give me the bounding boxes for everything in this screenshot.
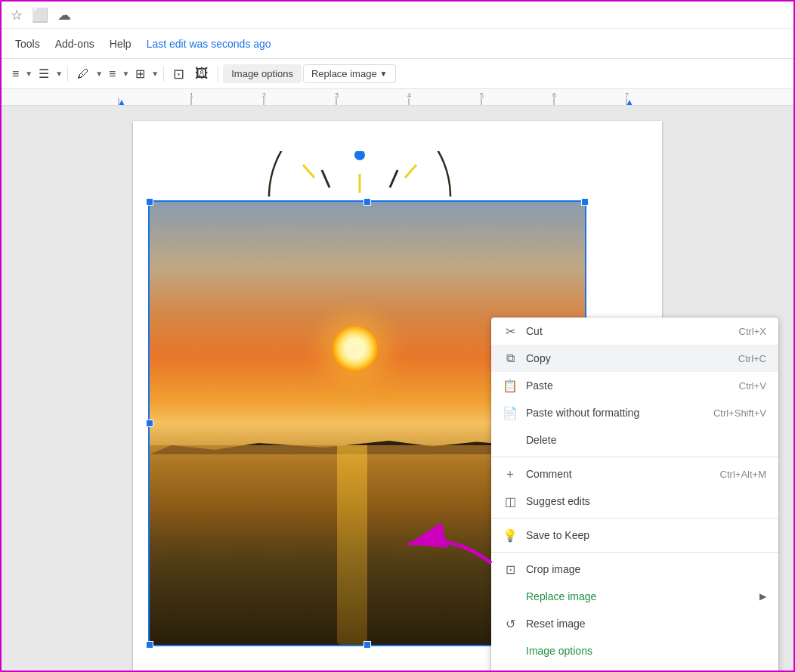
keep-icon: 💡	[503, 528, 517, 542]
svg-text:2: 2	[262, 91, 266, 99]
image-options-icon	[503, 644, 517, 658]
svg-text:7: 7	[625, 91, 629, 99]
comment-icon: ＋	[503, 467, 517, 481]
folder-icon[interactable]: ⬜	[32, 7, 48, 23]
ctx-sep-1	[491, 457, 778, 457]
submenu-arrow-icon: ▶	[759, 591, 766, 602]
title-bar: ☆ ⬜ ☁	[2, 2, 793, 29]
crop-btn[interactable]: ⊡	[169, 63, 189, 85]
copy-icon: ⧉	[503, 351, 517, 365]
menu-bar: Tools Add-ons Help Last edit was seconds…	[2, 29, 793, 59]
ctx-sep-2	[491, 518, 778, 519]
ctx-comment[interactable]: ＋ Comment Ctrl+Alt+M	[491, 460, 778, 488]
dropdown-arrow-icon: ▼	[380, 70, 388, 78]
ctx-replace-image[interactable]: Replace image ▶	[491, 583, 778, 610]
ctx-copy-shortcut: Ctrl+C	[738, 353, 766, 364]
ctx-crop[interactable]: ⊡ Crop image	[491, 556, 778, 583]
delete-icon	[503, 433, 517, 447]
handle-bottomleft[interactable]	[146, 641, 153, 649]
suggest-icon: ◫	[503, 494, 517, 508]
toolbar-sep-1	[67, 67, 68, 82]
image-btn[interactable]: 🖼	[190, 63, 213, 85]
svg-line-22	[390, 170, 398, 187]
ctx-comment-shortcut: Ctrl+Alt+M	[720, 469, 766, 480]
crop-icon: ⊡	[503, 562, 517, 576]
ctx-alt-text[interactable]: Alt text Ctrl+Alt+Y	[491, 664, 778, 672]
ctx-paste[interactable]: 📋 Paste Ctrl+V	[491, 372, 778, 399]
ctx-paste-plain[interactable]: 📄 Paste without formatting Ctrl+Shift+V	[491, 399, 778, 426]
ctx-save-keep-label: Save to Keep	[526, 529, 766, 541]
toolbar-sep-2	[163, 67, 164, 82]
paint-format-btn[interactable]: 🖊	[73, 63, 94, 85]
ctx-reset-image[interactable]: ↺ Reset image	[491, 610, 778, 637]
replace-image-label: Replace image	[311, 68, 377, 79]
context-menu: ✂ Cut Ctrl+X ⧉ Copy Ctrl+C 📋 Paste Ctrl+…	[491, 317, 778, 672]
star-icon[interactable]: ☆	[11, 7, 23, 23]
replace-image-button[interactable]: Replace image ▼	[303, 64, 396, 83]
list-indent-btn[interactable]: ≡	[8, 63, 23, 85]
align-btn[interactable]: ≡	[104, 63, 120, 85]
sun-decoration	[246, 151, 473, 200]
ctx-suggest[interactable]: ◫ Suggest edits	[491, 488, 778, 515]
ctx-suggest-label: Suggest edits	[526, 495, 766, 507]
menu-addons[interactable]: Add-ons	[49, 35, 101, 53]
document-area: ✂ Cut Ctrl+X ⧉ Copy Ctrl+C 📋 Paste Ctrl+…	[2, 106, 793, 672]
image-options-label: Image options	[231, 68, 293, 79]
paste-icon: 📋	[503, 379, 517, 392]
handle-topcenter[interactable]	[363, 198, 371, 206]
svg-point-24	[354, 151, 365, 160]
toolbar: ≡ ▼ ☰ ▼ 🖊 ▼ ≡ ▼ ⊞ ▼ ⊡ 🖼 Image options Re…	[2, 59, 793, 89]
ctx-delete[interactable]: Delete	[491, 426, 778, 454]
svg-line-20	[322, 170, 329, 187]
menu-help[interactable]: Help	[104, 35, 138, 53]
ctx-delete-label: Delete	[526, 434, 766, 446]
paste-plain-icon: 📄	[503, 406, 517, 420]
svg-text:5: 5	[480, 91, 484, 99]
handle-midleft[interactable]	[146, 420, 153, 427]
ctx-replace-image-label: Replace image	[526, 590, 750, 602]
ctx-image-options[interactable]: Image options	[491, 637, 778, 664]
svg-line-21	[303, 165, 314, 178]
toolbar-sep-3	[218, 67, 218, 82]
svg-text:4: 4	[407, 91, 411, 99]
table-btn[interactable]: ⊞	[131, 63, 150, 85]
ctx-reset-image-label: Reset image	[526, 618, 766, 630]
svg-text:6: 6	[552, 91, 556, 99]
sun-element	[333, 326, 378, 371]
ruler-svg: 1 2 3 4 5 6 7	[2, 89, 793, 105]
last-edit-link[interactable]: Last edit was seconds ago	[141, 35, 277, 53]
ctx-copy[interactable]: ⧉ Copy Ctrl+C	[491, 345, 778, 372]
list-bullet-btn[interactable]: ☰	[34, 63, 54, 85]
scissors-icon: ✂	[503, 324, 517, 338]
ctx-comment-label: Comment	[526, 468, 711, 480]
menu-tools[interactable]: Tools	[9, 35, 46, 53]
ruler: 1 2 3 4 5 6 7	[2, 89, 793, 106]
ctx-cut-shortcut: Ctrl+X	[739, 326, 766, 337]
image-options-button[interactable]: Image options	[223, 64, 302, 83]
ctx-paste-shortcut: Ctrl+V	[739, 380, 766, 392]
svg-text:3: 3	[335, 91, 339, 99]
handle-topleft[interactable]	[146, 198, 153, 206]
ctx-paste-plain-shortcut: Ctrl+Shift+V	[713, 407, 766, 419]
ctx-copy-label: Copy	[526, 352, 729, 364]
svg-line-23	[405, 165, 416, 178]
sun-reflection	[337, 445, 367, 645]
handle-bottomcenter[interactable]	[363, 641, 371, 649]
reset-icon: ↺	[503, 617, 517, 630]
ctx-save-keep[interactable]: 💡 Save to Keep	[491, 522, 778, 549]
replace-image-icon	[503, 590, 517, 603]
cloud-icon[interactable]: ☁	[57, 7, 71, 23]
svg-text:1: 1	[190, 91, 193, 99]
ctx-paste-plain-label: Paste without formatting	[526, 407, 704, 419]
handle-topright[interactable]	[581, 198, 589, 206]
ctx-cut[interactable]: ✂ Cut Ctrl+X	[491, 317, 778, 345]
ctx-cut-label: Cut	[526, 325, 730, 337]
ctx-sep-3	[491, 552, 778, 553]
ctx-crop-label: Crop image	[526, 563, 766, 575]
ctx-image-options-label: Image options	[526, 645, 766, 657]
ctx-paste-label: Paste	[526, 379, 730, 392]
